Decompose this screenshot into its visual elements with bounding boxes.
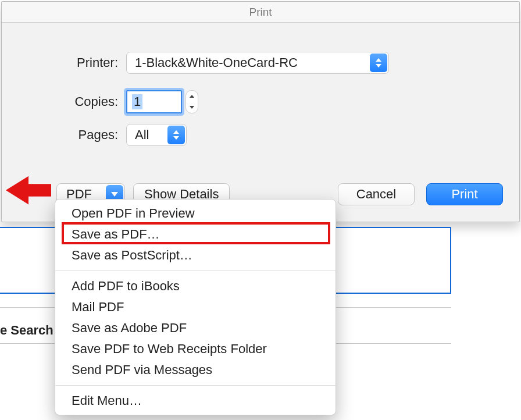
menu-edit-menu[interactable]: Edit Menu…: [55, 390, 336, 411]
stepper-down[interactable]: [186, 102, 198, 113]
print-label: Print: [451, 187, 477, 202]
print-dialog: Print Printer: 1-Black&White-OneCard-RC …: [1, 1, 520, 222]
menu-save-adobe-pdf[interactable]: Save as Adobe PDF: [55, 318, 336, 339]
cancel-label: Cancel: [356, 187, 396, 202]
copies-label: Copies:: [2, 94, 126, 109]
background-search-label: e Search: [0, 323, 53, 338]
dialog-title-text: Print: [249, 6, 272, 19]
updown-icon: [167, 126, 185, 144]
copies-value: 1: [132, 94, 142, 109]
menu-save-web-receipts[interactable]: Save PDF to Web Receipts Folder: [55, 339, 336, 360]
menu-send-via-messages[interactable]: Send PDF via Messages: [55, 360, 336, 380]
print-button[interactable]: Print: [426, 183, 503, 205]
menu-mail-pdf[interactable]: Mail PDF: [55, 297, 336, 318]
menu-save-as-pdf[interactable]: Save as PDF…: [55, 224, 336, 245]
printer-select[interactable]: 1-Black&White-OneCard-RC: [126, 52, 389, 74]
menu-open-pdf-preview[interactable]: Open PDF in Preview: [55, 203, 336, 224]
pdf-dropdown-menu: Open PDF in Preview Save as PDF… Save as…: [55, 199, 336, 415]
printer-label: Printer:: [2, 55, 126, 70]
pages-label: Pages:: [2, 127, 126, 143]
dialog-title: Print: [2, 2, 519, 23]
menu-separator: [55, 385, 336, 386]
copies-input[interactable]: 1: [126, 90, 182, 113]
pages-select[interactable]: All: [126, 124, 187, 146]
copies-stepper[interactable]: [185, 90, 198, 113]
printer-value: 1-Black&White-OneCard-RC: [135, 55, 298, 70]
annotation-arrow-icon: [6, 176, 51, 205]
menu-save-as-postscript[interactable]: Save as PostScript…: [55, 245, 336, 266]
pages-value: All: [135, 127, 149, 143]
updown-icon: [370, 54, 387, 72]
menu-separator: [55, 270, 336, 271]
stepper-up[interactable]: [186, 91, 198, 102]
cancel-button[interactable]: Cancel: [338, 183, 415, 205]
menu-add-pdf-ibooks[interactable]: Add PDF to iBooks: [55, 276, 336, 297]
